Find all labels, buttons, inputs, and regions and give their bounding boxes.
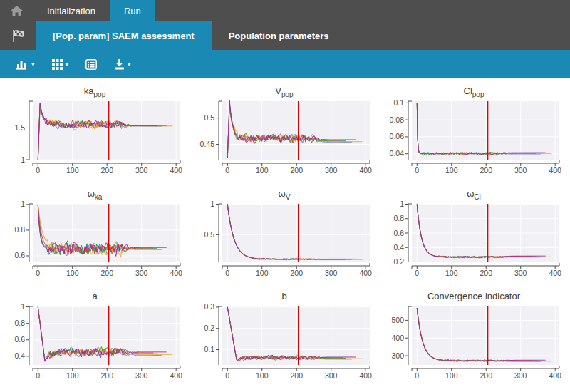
tab-initialization-label: Initialization (47, 6, 95, 16)
chart-cell-omega_V: ωV0.510100200300400 (190, 185, 379, 288)
svg-text:100: 100 (66, 371, 79, 380)
svg-text:0.3: 0.3 (204, 302, 214, 311)
svg-text:0: 0 (415, 371, 419, 380)
svg-text:0.8: 0.8 (393, 214, 404, 222)
tab-population-parameters[interactable]: Population parameters (212, 21, 346, 50)
svg-text:400: 400 (359, 371, 372, 380)
svg-text:0: 0 (36, 166, 40, 175)
svg-text:100: 100 (256, 371, 269, 380)
svg-text:300: 300 (135, 371, 148, 380)
chart-plot-omega_Cl: 0.20.40.60.810100200300400 (379, 200, 569, 285)
chart-title-omega_V: ωV (190, 185, 379, 200)
svg-text:0.6: 0.6 (14, 335, 25, 344)
svg-text:100: 100 (445, 166, 458, 175)
results-flag-button[interactable] (0, 21, 36, 50)
svg-text:0: 0 (415, 166, 419, 175)
svg-text:0.2: 0.2 (204, 324, 214, 332)
svg-text:300: 300 (391, 351, 404, 360)
svg-text:100: 100 (256, 166, 269, 175)
svg-text:300: 300 (514, 269, 527, 277)
chart-plot-a: 0.40.60.810100200300400 (0, 302, 190, 388)
tab-run-label: Run (124, 6, 141, 16)
svg-text:300: 300 (514, 371, 527, 380)
home-icon (11, 6, 23, 16)
chart-title-omega_Cl: ωCl (379, 185, 569, 200)
grid-layout-icon (52, 59, 63, 70)
svg-text:1: 1 (21, 302, 25, 311)
chart-plot-omega_ka: 0.60.810100200300400 (0, 200, 190, 285)
svg-text:0: 0 (225, 269, 229, 277)
tab-saem-assessment-label: [Pop. param] SAEM assessment (53, 31, 195, 41)
svg-text:400: 400 (170, 269, 182, 277)
tab-initialization[interactable]: Initialization (33, 0, 110, 21)
svg-text:0.06: 0.06 (390, 132, 405, 140)
download-icon (114, 59, 125, 70)
caret-down-icon: ▾ (66, 61, 69, 68)
svg-text:1.5: 1.5 (14, 123, 25, 132)
svg-text:300: 300 (325, 166, 338, 175)
tab-population-parameters-label: Population parameters (229, 31, 329, 41)
charts-grid: kapop11.50100200300400Vpop0.450.50100200… (0, 78, 570, 391)
svg-text:100: 100 (256, 269, 269, 277)
svg-text:100: 100 (66, 269, 79, 277)
svg-text:1: 1 (21, 200, 25, 208)
bar-chart-icon (16, 59, 28, 70)
svg-text:200: 200 (100, 371, 113, 380)
svg-text:300: 300 (514, 166, 527, 175)
grid-layout-button[interactable]: ▾ (47, 56, 74, 73)
svg-text:0.8: 0.8 (14, 319, 25, 327)
svg-text:300: 300 (325, 371, 338, 380)
chart-cell-convergence_indicator: Convergence indicator3004005000100200300… (379, 288, 569, 391)
home-button[interactable] (0, 0, 33, 21)
svg-text:0.1: 0.1 (393, 98, 404, 107)
chart-cell-V_pop: Vpop0.450.50100200300400 (190, 83, 379, 185)
svg-text:200: 200 (290, 269, 303, 277)
chart-cell-a: a0.40.60.810100200300400 (0, 288, 190, 391)
chart-title-ka_pop: kapop (0, 83, 190, 97)
svg-text:0.5: 0.5 (204, 113, 214, 122)
svg-text:0.4: 0.4 (14, 351, 25, 360)
svg-text:400: 400 (359, 166, 372, 175)
export-button[interactable]: ▾ (109, 56, 136, 73)
chart-cell-b: b0.10.20.30100200300400 (190, 288, 379, 391)
svg-text:400: 400 (549, 269, 561, 277)
svg-text:300: 300 (325, 269, 338, 277)
svg-text:200: 200 (480, 371, 492, 380)
svg-text:500: 500 (391, 316, 404, 324)
chart-cell-ka_pop: kapop11.50100200300400 (0, 83, 190, 185)
svg-text:0.4: 0.4 (393, 243, 404, 252)
svg-text:0: 0 (225, 166, 229, 175)
chart-plot-omega_V: 0.510100200300400 (190, 200, 379, 285)
tab-run[interactable]: Run (110, 0, 155, 21)
svg-text:400: 400 (549, 166, 561, 175)
legend-button[interactable] (81, 56, 102, 73)
checkered-flag-icon (11, 29, 25, 43)
svg-text:300: 300 (135, 269, 148, 277)
svg-text:400: 400 (170, 371, 182, 380)
svg-text:1: 1 (21, 155, 25, 164)
svg-text:200: 200 (480, 166, 492, 175)
chart-title-Cl_pop: Clpop (379, 83, 569, 97)
caret-down-icon: ▾ (128, 61, 131, 68)
chart-plot-ka_pop: 11.50100200300400 (0, 97, 190, 182)
svg-text:200: 200 (290, 371, 303, 380)
plot-type-button[interactable]: ▾ (11, 56, 40, 73)
svg-text:300: 300 (135, 166, 148, 175)
chart-title-omega_ka: ωka (0, 185, 190, 200)
svg-text:0.45: 0.45 (200, 140, 215, 148)
svg-text:1: 1 (400, 200, 404, 208)
svg-text:100: 100 (445, 269, 458, 277)
svg-text:1: 1 (210, 200, 214, 208)
tab-saem-assessment[interactable]: [Pop. param] SAEM assessment (36, 21, 212, 50)
svg-text:0: 0 (225, 371, 229, 380)
svg-text:0.6: 0.6 (393, 229, 404, 237)
svg-text:0.08: 0.08 (390, 115, 405, 124)
chart-plot-V_pop: 0.450.50100200300400 (190, 97, 379, 182)
chart-plot-convergence_indicator: 3004005000100200300400 (379, 302, 569, 388)
chart-title-V_pop: Vpop (190, 83, 379, 97)
svg-text:0.5: 0.5 (204, 230, 214, 239)
results-nav-bar: [Pop. param] SAEM assessment Population … (0, 21, 570, 50)
svg-text:0.1: 0.1 (204, 345, 214, 354)
svg-text:0: 0 (36, 269, 40, 277)
svg-text:0: 0 (415, 269, 419, 277)
